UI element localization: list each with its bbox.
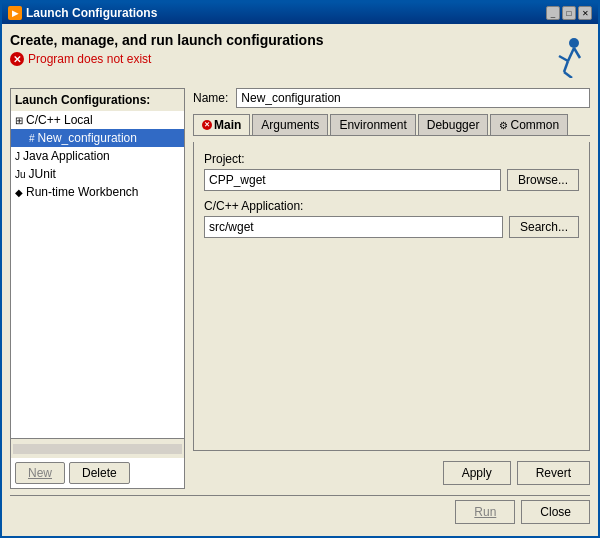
svg-line-2 xyxy=(559,56,568,61)
tab-environment[interactable]: Environment xyxy=(330,114,415,135)
tab-main-label: Main xyxy=(214,118,241,132)
revert-button[interactable]: Revert xyxy=(517,461,590,485)
svg-line-4 xyxy=(564,72,572,78)
svg-line-3 xyxy=(564,61,568,72)
java-icon: J xyxy=(15,151,20,162)
error-icon: ✕ xyxy=(10,52,24,66)
error-text: Program does not exist xyxy=(28,52,151,66)
browse-button[interactable]: Browse... xyxy=(507,169,579,191)
left-panel: Launch Configurations: ⊞ C/C++ Local # N… xyxy=(10,88,185,489)
tree-item-java-app[interactable]: J Java Application xyxy=(11,147,184,165)
tab-main-error-icon: ✕ xyxy=(202,120,212,130)
new-config-icon: # xyxy=(29,133,35,144)
application-field-row: Search... xyxy=(204,216,579,238)
name-label: Name: xyxy=(193,91,228,105)
application-input[interactable] xyxy=(204,216,503,238)
tree-item-cpp-local[interactable]: ⊞ C/C++ Local xyxy=(11,111,184,129)
tabs-area: ✕ Main Arguments Environment Debugger ⚙ xyxy=(193,114,590,136)
project-field-row: Browse... xyxy=(204,169,579,191)
svg-line-1 xyxy=(568,48,574,61)
spacer xyxy=(204,246,579,440)
workbench-icon: ◆ xyxy=(15,187,23,198)
window-body: Create, manage, and run launch configura… xyxy=(2,24,598,536)
tree-item-new-config[interactable]: # New_configuration xyxy=(11,129,184,147)
tree-item-junit[interactable]: Ju JUnit xyxy=(11,165,184,183)
right-panel: Name: ✕ Main Arguments Environment xyxy=(193,88,590,489)
header-left: Create, manage, and run launch configura… xyxy=(10,32,540,66)
junit-icon: Ju xyxy=(15,169,26,180)
new-config-label: New_configuration xyxy=(38,131,137,145)
tab-debugger[interactable]: Debugger xyxy=(418,114,489,135)
java-label: Java Application xyxy=(23,149,110,163)
svg-point-0 xyxy=(569,38,579,48)
run-button[interactable]: Run xyxy=(455,500,515,524)
close-button[interactable]: ✕ xyxy=(578,6,592,20)
title-bar-buttons: _ □ ✕ xyxy=(546,6,592,20)
run-close-buttons: Run Close xyxy=(10,495,590,528)
error-row: ✕ Program does not exist xyxy=(10,52,540,66)
project-field-group: Project: Browse... xyxy=(204,152,579,191)
new-button[interactable]: New xyxy=(15,462,65,484)
left-panel-label: Launch Configurations: xyxy=(11,89,184,111)
tab-arguments[interactable]: Arguments xyxy=(252,114,328,135)
tab-debugger-label: Debugger xyxy=(427,118,480,132)
launch-configurations-window: ▶ Launch Configurations _ □ ✕ Create, ma… xyxy=(0,0,600,538)
left-buttons: New Delete xyxy=(11,458,184,488)
gear-icon: ⚙ xyxy=(499,120,508,131)
tab-common-label: Common xyxy=(510,118,559,132)
maximize-button[interactable]: □ xyxy=(562,6,576,20)
runner-svg xyxy=(544,36,586,78)
delete-button[interactable]: Delete xyxy=(69,462,130,484)
left-panel-footer xyxy=(11,438,184,458)
application-field-group: C/C++ Application: Search... xyxy=(204,199,579,238)
header-section: Create, manage, and run launch configura… xyxy=(10,32,590,82)
tab-common[interactable]: ⚙ Common xyxy=(490,114,568,135)
search-button[interactable]: Search... xyxy=(509,216,579,238)
content-area: Launch Configurations: ⊞ C/C++ Local # N… xyxy=(10,88,590,489)
project-label: Project: xyxy=(204,152,579,166)
name-input[interactable] xyxy=(236,88,590,108)
close-dialog-button[interactable]: Close xyxy=(521,500,590,524)
window-title: Launch Configurations xyxy=(26,6,157,20)
main-title: Create, manage, and run launch configura… xyxy=(10,32,540,48)
apply-button[interactable]: Apply xyxy=(443,461,511,485)
title-bar: ▶ Launch Configurations _ □ ✕ xyxy=(2,2,598,24)
svg-line-5 xyxy=(574,48,580,58)
tree-area[interactable]: ⊞ C/C++ Local # New_configuration J Java… xyxy=(11,111,184,438)
junit-label: JUnit xyxy=(29,167,56,181)
scroll-track[interactable] xyxy=(13,444,182,454)
apply-revert-buttons: Apply Revert xyxy=(193,457,590,489)
tab-environment-label: Environment xyxy=(339,118,406,132)
workbench-label: Run-time Workbench xyxy=(26,185,139,199)
tree-item-runtime-workbench[interactable]: ◆ Run-time Workbench xyxy=(11,183,184,201)
project-input[interactable] xyxy=(204,169,501,191)
name-row: Name: xyxy=(193,88,590,108)
tab-content-main: Project: Browse... C/C++ Application: xyxy=(193,142,590,451)
window-icon: ▶ xyxy=(8,6,22,20)
runner-icon xyxy=(540,32,590,82)
cpp-local-icon: ⊞ xyxy=(15,115,23,126)
tab-main[interactable]: ✕ Main xyxy=(193,114,250,135)
minimize-button[interactable]: _ xyxy=(546,6,560,20)
title-bar-text: ▶ Launch Configurations xyxy=(8,6,157,20)
cpp-local-label: C/C++ Local xyxy=(26,113,93,127)
tab-arguments-label: Arguments xyxy=(261,118,319,132)
application-label: C/C++ Application: xyxy=(204,199,579,213)
